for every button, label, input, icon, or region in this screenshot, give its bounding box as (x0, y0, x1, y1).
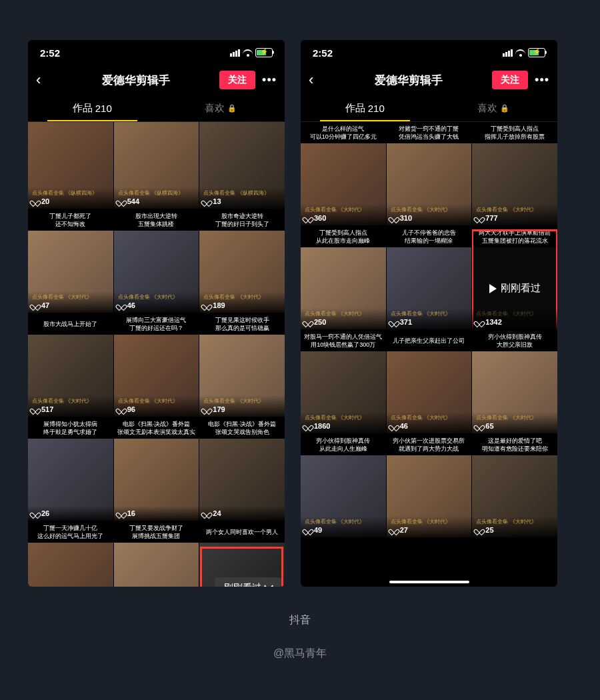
status-bar: 2:52 ⚡ (28, 40, 285, 65)
video-cell[interactable]: 穷小伙得到股神真传大胜父亲旧敌点头像看全集 《大时代》65 (472, 330, 557, 433)
video-footer: 点头像看全集 《大时代》310 (387, 204, 472, 225)
heart-icon (32, 406, 39, 413)
like-count: 777 (476, 214, 553, 222)
video-title: 电影《扫黑·决战》番外篇张颂文无剧本表演笑戏太真实 (114, 417, 199, 439)
video-title: 丁蟹受到高人指点从此在股市走向巅峰 (301, 226, 386, 247)
video-title: 股市出现大逆转五蟹集体跳楼 (114, 209, 199, 231)
like-count: 16 (118, 509, 195, 517)
like-count: 360 (305, 214, 382, 222)
heart-icon (391, 319, 398, 325)
video-cell[interactable]: 是什么样的运气可以10分钟赚了四亿多元点头像看全集 《大时代》360 (301, 122, 386, 225)
like-count: 371 (391, 318, 468, 326)
tab-likes[interactable]: 喜欢 🔒 (429, 95, 558, 121)
heart-icon (203, 302, 211, 309)
video-title: 展博得知小犹太得病终于鼓足勇气求婚了 (28, 417, 113, 439)
series-tag: 点头像看全集 《纵横四海》 (203, 190, 281, 197)
tabs: 作品 210 喜欢 🔒 (301, 95, 557, 122)
follow-button[interactable]: 关注 (492, 71, 528, 89)
heart-icon (203, 510, 211, 517)
heart-icon (32, 198, 39, 205)
video-cell[interactable]: 穷小伙第一次进股票交易所就遇到了两大势力大战点头像看全集 《大时代》27 (387, 434, 472, 537)
video-footer: 点头像看全集 《大时代》371 (387, 308, 472, 329)
heart-icon (305, 423, 312, 429)
tab-works-label: 作品 (73, 102, 93, 115)
video-cell[interactable]: 股市大战马上开始了点头像看全集 《大时代》517 (28, 313, 113, 417)
back-button[interactable]: ‹ (36, 71, 52, 89)
just-watched-pill[interactable]: 刚刚看过 (215, 577, 281, 587)
video-footer: 点头像看全集 《大时代》179 (199, 395, 285, 417)
video-cell[interactable]: 丁蟹儿子都死了还不知悔改点头像看全集 《大时代》47 (28, 209, 113, 313)
like-count: 47 (32, 301, 109, 309)
video-footer: 点头像看全集 《纵横四海》544 (114, 187, 199, 209)
video-cell[interactable]: 点头像看全集 《纵横四海》544 (114, 122, 199, 209)
series-tag: 点头像看全集 《大时代》 (476, 519, 553, 525)
follow-button[interactable]: 关注 (219, 71, 255, 89)
wifi-icon (243, 49, 253, 57)
video-cell[interactable]: 儿子不停爸爸的忠告结果输的一塌糊涂点头像看全集 《大时代》371 (387, 226, 472, 329)
video-cell[interactable]: 展博向三大富豪借运气丁蟹的好运还在吗？点头像看全集 《大时代》96 (114, 313, 199, 417)
video-title: 是什么样的运气可以10分钟赚了四亿多元 (301, 122, 386, 143)
video-cell[interactable]: 丁蟹受到高人指点指挥儿子放掉所有股票点头像看全集 《大时代》777 (472, 122, 557, 225)
heart-icon (32, 510, 39, 517)
video-cell[interactable]: 儿子把亲生父亲赶出了公司点头像看全集 《大时代》46 (387, 330, 472, 433)
video-cell[interactable]: 丁蟹见果这时候收手那么真的是可惜稳赢点头像看全集 《大时代》179 (199, 313, 285, 417)
like-count: 46 (391, 422, 468, 430)
heart-icon (391, 215, 398, 221)
heart-icon (305, 215, 312, 221)
video-footer: 点头像看全集 《大时代》250 (301, 308, 386, 329)
video-cell[interactable]: 股市出现大逆转五蟹集体跳楼点头像看全集 《大时代》46 (114, 209, 199, 313)
video-title: 丁蟹又要发战争财了展博挑战五蟹集团 (114, 521, 199, 543)
more-button[interactable]: ••• (262, 73, 277, 87)
video-footer: 点头像看全集 《大时代》49 (301, 516, 386, 537)
video-cell[interactable]: 对股马一窍不通的人凭借运气用10块钱居然赢了300万点头像看全集 《大时代》18… (301, 330, 386, 433)
tab-works[interactable]: 作品 210 (28, 95, 157, 121)
tabs: 作品 210 喜欢 🔒 (28, 95, 285, 122)
series-tag: 点头像看全集 《纵横四海》 (118, 190, 195, 197)
video-cell[interactable]: 丁蟹受到高人指点从此在股市走向巅峰点头像看全集 《大时代》250 (301, 226, 386, 329)
video-cell[interactable]: 穷小伙得到股神真传从此走向人生巅峰点头像看全集 《大时代》49 (301, 434, 386, 537)
video-footer: 点头像看全集 《纵横四海》20 (28, 187, 113, 209)
like-count: 25 (476, 526, 553, 534)
series-tag: 点头像看全集 《大时代》 (391, 207, 468, 213)
video-footer: 点头像看全集 《大时代》1860 (301, 412, 386, 433)
home-indicator[interactable] (389, 581, 469, 583)
video-cell[interactable]: 对赌货一窍不通的丁蟹凭借鸿运当头赚了大钱点头像看全集 《大时代》310 (387, 122, 472, 225)
series-tag: 点头像看全集 《大时代》 (203, 294, 281, 301)
video-cell[interactable]: 丁蟹又要发战争财了展博挑战五蟹集团 (114, 521, 199, 587)
heart-icon (476, 319, 483, 325)
tab-works[interactable]: 作品 210 (301, 95, 429, 121)
tab-works-count: 210 (95, 103, 112, 114)
video-title: 丁蟹见果这时候收手那么真的是可惜稳赢 (199, 313, 285, 335)
signal-icon (503, 49, 513, 57)
tab-likes[interactable]: 喜欢 🔒 (157, 95, 285, 121)
video-title: 对股马一窍不通的人凭借运气用10块钱居然赢了300万 (301, 330, 386, 351)
video-cell[interactable]: 这是最好的爱情了吧明知道有危险还要来陪你点头像看全集 《大时代》25 (472, 434, 557, 537)
video-cell[interactable]: 电影《扫黑·决战》番外篇张颂文无剧本表演笑戏太真实16 (114, 417, 199, 521)
page-title: 爱德华剪辑手 (102, 73, 170, 88)
like-count: 310 (391, 214, 468, 222)
video-cell[interactable]: 电影《扫黑·决战》番外篇张颂文哭戏告别角色24 (199, 417, 285, 521)
video-cell[interactable]: 展博得知小犹太得病终于鼓足勇气求婚了26 (28, 417, 113, 521)
video-cell[interactable]: 两大天才联手上演草船借箭五蟹集团被打的落花流水刚刚看过点头像看全集 《大时代》1… (472, 226, 557, 329)
video-cell[interactable]: 点头像看全集 《纵横四海》13 (199, 122, 285, 209)
video-title: 儿子不停爸爸的忠告结果输的一塌糊涂 (387, 226, 472, 247)
tab-works-label: 作品 (345, 102, 365, 115)
video-cell[interactable]: 点头像看全集 《纵横四海》20 (28, 122, 113, 209)
like-count: 49 (305, 526, 382, 534)
video-cell[interactable]: 丁蟹一天净赚几十亿这么好的运气马上用光了 (28, 521, 113, 587)
series-tag: 点头像看全集 《大时代》 (391, 519, 468, 525)
video-title: 展博向三大富豪借运气丁蟹的好运还在吗？ (114, 313, 199, 335)
video-title: 电影《扫黑·决战》番外篇张颂文哭戏告别角色 (199, 417, 285, 439)
video-title: 两大天才联手上演草船借箭五蟹集团被打的落花流水 (472, 226, 557, 247)
just-watched-label: 刚刚看过 (224, 582, 261, 587)
like-count: 544 (118, 197, 195, 205)
chevron-down-icon (265, 585, 272, 587)
heart-icon (118, 510, 125, 517)
heart-icon (118, 198, 125, 205)
video-cell[interactable]: 股市奇迹大逆转丁蟹的好日子到头了点头像看全集 《大时代》189 (199, 209, 285, 313)
video-footer: 点头像看全集 《大时代》65 (472, 412, 557, 433)
like-count: 96 (118, 405, 195, 413)
more-button[interactable]: ••• (535, 73, 549, 87)
status-time: 2:52 (40, 47, 60, 59)
back-button[interactable]: ‹ (309, 71, 325, 89)
